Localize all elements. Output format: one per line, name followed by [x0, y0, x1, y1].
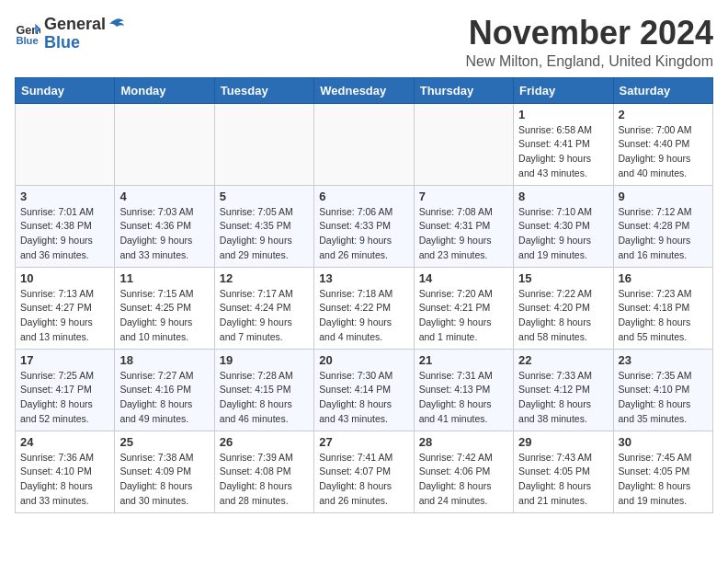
day-number: 1	[518, 108, 608, 121]
day-number: 12	[220, 271, 309, 285]
calendar-table: SundayMondayTuesdayWednesdayThursdayFrid…	[15, 77, 713, 513]
day-info: Sunrise: 7:31 AM Sunset: 4:13 PM Dayligh…	[419, 369, 508, 427]
calendar-header-saturday: Saturday	[613, 77, 712, 103]
calendar-cell: 7Sunrise: 7:08 AM Sunset: 4:31 PM Daylig…	[414, 185, 513, 267]
logo-bird-icon	[106, 17, 126, 37]
day-info: Sunrise: 7:17 AM Sunset: 4:24 PM Dayligh…	[220, 287, 309, 345]
calendar-week-row: 3Sunrise: 7:01 AM Sunset: 4:38 PM Daylig…	[16, 185, 713, 267]
calendar-cell: 19Sunrise: 7:28 AM Sunset: 4:15 PM Dayli…	[214, 349, 313, 431]
location-title: New Milton, England, United Kingdom	[466, 53, 713, 70]
calendar-cell: 4Sunrise: 7:03 AM Sunset: 4:36 PM Daylig…	[115, 185, 214, 267]
calendar-cell: 1Sunrise: 6:58 AM Sunset: 4:41 PM Daylig…	[514, 103, 613, 185]
calendar-cell: 30Sunrise: 7:45 AM Sunset: 4:05 PM Dayli…	[613, 431, 712, 512]
calendar-cell: 11Sunrise: 7:15 AM Sunset: 4:25 PM Dayli…	[115, 267, 214, 349]
day-number: 19	[220, 353, 309, 367]
calendar-header-sunday: Sunday	[16, 77, 115, 103]
logo: General Blue General Blue	[15, 15, 126, 52]
day-info: Sunrise: 7:08 AM Sunset: 4:31 PM Dayligh…	[419, 205, 508, 263]
day-info: Sunrise: 7:36 AM Sunset: 4:10 PM Dayligh…	[20, 451, 109, 509]
svg-text:Blue: Blue	[16, 35, 38, 46]
day-number: 18	[119, 353, 209, 367]
calendar-cell: 23Sunrise: 7:35 AM Sunset: 4:10 PM Dayli…	[613, 349, 712, 431]
calendar-header-row: SundayMondayTuesdayWednesdayThursdayFrid…	[16, 77, 713, 103]
day-number: 16	[619, 271, 708, 285]
day-info: Sunrise: 7:23 AM Sunset: 4:18 PM Dayligh…	[619, 287, 708, 345]
day-info: Sunrise: 7:30 AM Sunset: 4:14 PM Dayligh…	[319, 369, 408, 427]
day-number: 5	[220, 190, 309, 203]
day-info: Sunrise: 7:10 AM Sunset: 4:30 PM Dayligh…	[518, 205, 608, 263]
day-info: Sunrise: 7:35 AM Sunset: 4:10 PM Dayligh…	[619, 369, 708, 427]
calendar-cell: 6Sunrise: 7:06 AM Sunset: 4:33 PM Daylig…	[314, 185, 414, 267]
calendar-cell	[115, 103, 214, 185]
day-info: Sunrise: 7:01 AM Sunset: 4:38 PM Dayligh…	[20, 205, 109, 263]
calendar-cell: 26Sunrise: 7:39 AM Sunset: 4:08 PM Dayli…	[214, 431, 313, 512]
calendar-cell: 18Sunrise: 7:27 AM Sunset: 4:16 PM Dayli…	[115, 349, 214, 431]
calendar-week-row: 1Sunrise: 6:58 AM Sunset: 4:41 PM Daylig…	[16, 103, 713, 185]
day-info: Sunrise: 7:41 AM Sunset: 4:07 PM Dayligh…	[319, 451, 408, 509]
day-info: Sunrise: 7:25 AM Sunset: 4:17 PM Dayligh…	[20, 369, 109, 427]
day-info: Sunrise: 7:06 AM Sunset: 4:33 PM Dayligh…	[319, 205, 408, 263]
day-number: 29	[518, 435, 608, 449]
day-number: 6	[319, 190, 408, 203]
calendar-cell: 12Sunrise: 7:17 AM Sunset: 4:24 PM Dayli…	[214, 267, 313, 349]
calendar-cell: 27Sunrise: 7:41 AM Sunset: 4:07 PM Dayli…	[314, 431, 414, 512]
day-info: Sunrise: 7:27 AM Sunset: 4:16 PM Dayligh…	[119, 369, 209, 427]
day-info: Sunrise: 7:03 AM Sunset: 4:36 PM Dayligh…	[119, 205, 209, 263]
day-number: 8	[518, 190, 608, 203]
calendar-cell: 5Sunrise: 7:05 AM Sunset: 4:35 PM Daylig…	[214, 185, 313, 267]
logo-icon: General Blue	[15, 21, 40, 47]
day-number: 28	[419, 435, 508, 449]
day-number: 3	[20, 190, 109, 203]
day-number: 24	[20, 435, 109, 449]
calendar-cell	[314, 103, 414, 185]
calendar-cell: 22Sunrise: 7:33 AM Sunset: 4:12 PM Dayli…	[514, 349, 613, 431]
day-number: 2	[619, 108, 708, 121]
day-number: 11	[119, 271, 209, 285]
day-info: Sunrise: 7:05 AM Sunset: 4:35 PM Dayligh…	[220, 205, 309, 263]
calendar-week-row: 24Sunrise: 7:36 AM Sunset: 4:10 PM Dayli…	[16, 431, 713, 512]
day-number: 22	[518, 353, 608, 367]
day-info: Sunrise: 7:38 AM Sunset: 4:09 PM Dayligh…	[119, 451, 209, 509]
calendar-cell: 17Sunrise: 7:25 AM Sunset: 4:17 PM Dayli…	[16, 349, 115, 431]
calendar-cell: 15Sunrise: 7:22 AM Sunset: 4:20 PM Dayli…	[514, 267, 613, 349]
calendar-cell: 24Sunrise: 7:36 AM Sunset: 4:10 PM Dayli…	[16, 431, 115, 512]
calendar-cell: 13Sunrise: 7:18 AM Sunset: 4:22 PM Dayli…	[314, 267, 414, 349]
calendar-cell: 10Sunrise: 7:13 AM Sunset: 4:27 PM Dayli…	[16, 267, 115, 349]
day-number: 23	[619, 353, 708, 367]
day-info: Sunrise: 7:00 AM Sunset: 4:40 PM Dayligh…	[619, 123, 708, 181]
calendar-header-monday: Monday	[115, 77, 214, 103]
day-info: Sunrise: 7:33 AM Sunset: 4:12 PM Dayligh…	[518, 369, 608, 427]
day-number: 10	[20, 271, 109, 285]
day-number: 7	[419, 190, 508, 203]
calendar-header-wednesday: Wednesday	[314, 77, 414, 103]
day-info: Sunrise: 7:45 AM Sunset: 4:05 PM Dayligh…	[619, 451, 708, 509]
day-info: Sunrise: 6:58 AM Sunset: 4:41 PM Dayligh…	[518, 123, 608, 181]
day-number: 26	[220, 435, 309, 449]
calendar-cell: 20Sunrise: 7:30 AM Sunset: 4:14 PM Dayli…	[314, 349, 414, 431]
calendar-cell: 3Sunrise: 7:01 AM Sunset: 4:38 PM Daylig…	[16, 185, 115, 267]
day-number: 21	[419, 353, 508, 367]
day-info: Sunrise: 7:43 AM Sunset: 4:05 PM Dayligh…	[518, 451, 608, 509]
day-number: 15	[518, 271, 608, 285]
day-info: Sunrise: 7:28 AM Sunset: 4:15 PM Dayligh…	[220, 369, 309, 427]
page-header: General Blue General Blue November 2024 …	[15, 15, 713, 70]
calendar-cell: 9Sunrise: 7:12 AM Sunset: 4:28 PM Daylig…	[613, 185, 712, 267]
calendar-cell: 14Sunrise: 7:20 AM Sunset: 4:21 PM Dayli…	[414, 267, 513, 349]
month-title: November 2024	[466, 15, 713, 52]
calendar-header-thursday: Thursday	[414, 77, 513, 103]
calendar-cell: 2Sunrise: 7:00 AM Sunset: 4:40 PM Daylig…	[613, 103, 712, 185]
calendar-cell	[414, 103, 513, 185]
day-number: 4	[119, 190, 209, 203]
day-info: Sunrise: 7:13 AM Sunset: 4:27 PM Dayligh…	[20, 287, 109, 345]
title-block: November 2024 New Milton, England, Unite…	[466, 15, 713, 70]
day-number: 30	[619, 435, 708, 449]
day-info: Sunrise: 7:20 AM Sunset: 4:21 PM Dayligh…	[419, 287, 508, 345]
day-info: Sunrise: 7:18 AM Sunset: 4:22 PM Dayligh…	[319, 287, 408, 345]
calendar-cell	[16, 103, 115, 185]
calendar-cell: 16Sunrise: 7:23 AM Sunset: 4:18 PM Dayli…	[613, 267, 712, 349]
calendar-cell: 8Sunrise: 7:10 AM Sunset: 4:30 PM Daylig…	[514, 185, 613, 267]
day-info: Sunrise: 7:22 AM Sunset: 4:20 PM Dayligh…	[518, 287, 608, 345]
calendar-cell: 29Sunrise: 7:43 AM Sunset: 4:05 PM Dayli…	[514, 431, 613, 512]
day-number: 25	[119, 435, 209, 449]
calendar-cell	[214, 103, 313, 185]
